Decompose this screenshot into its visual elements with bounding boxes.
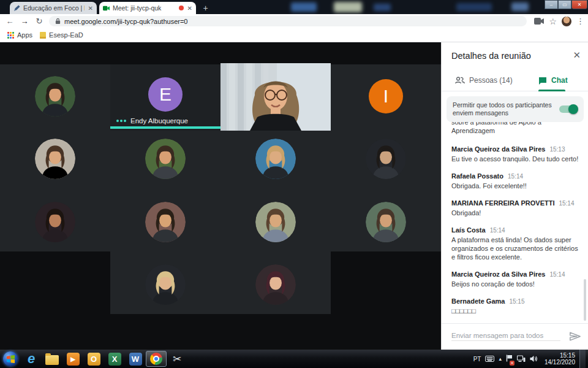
tray-time: 15:15: [545, 352, 575, 359]
taskbar-chrome-active[interactable]: [146, 351, 167, 367]
participant-photo: [145, 139, 186, 179]
desktop-blur-blob: [374, 4, 391, 11]
taskbar-excel[interactable]: X: [104, 351, 125, 367]
profile-avatar[interactable]: [562, 17, 571, 26]
bookmark-star-icon[interactable]: ☆: [549, 17, 557, 26]
windows-logo-icon: [3, 351, 18, 366]
new-tab-button[interactable]: +: [200, 3, 211, 13]
padlock-icon: [55, 18, 61, 25]
url-text: meet.google.com/jii-tycp-quk?authuser=0: [64, 18, 187, 25]
main-video-tile[interactable]: [221, 63, 331, 131]
language-indicator[interactable]: PT: [473, 356, 481, 362]
taskbar-snipping-tool[interactable]: ✂: [167, 351, 187, 367]
participant-photo: [366, 139, 406, 179]
taskbar-outlook[interactable]: O: [83, 351, 104, 367]
participant-avatar[interactable]: [35, 202, 75, 242]
chat-messages[interactable]: sobre a plataforma de Apoio à Aprendizag…: [451, 122, 579, 322]
media-player-icon: ▶: [67, 353, 80, 366]
participant-name: Endy Albuquerque: [130, 117, 188, 125]
participant-avatar[interactable]: [35, 76, 75, 117]
participant-photo: [255, 264, 296, 305]
video-grid-stage-bottom: [110, 251, 331, 314]
chat-message-input[interactable]: [451, 331, 560, 341]
toggle-knob: [568, 104, 578, 114]
bookmark-apps[interactable]: Apps: [7, 31, 32, 39]
chat-scrollbar[interactable]: [584, 279, 586, 321]
reload-icon[interactable]: ↻: [32, 17, 47, 26]
show-desktop-button[interactable]: [579, 350, 586, 368]
browser-tab-meet[interactable]: Meet: jii-tycp-quk ✕: [99, 2, 196, 14]
hidden-icons-arrow[interactable]: ▴: [499, 356, 502, 362]
back-icon[interactable]: ←: [2, 17, 17, 26]
bookmark-label: Apps: [17, 31, 32, 39]
taskbar-ie[interactable]: e: [21, 351, 42, 367]
participant-avatar[interactable]: [145, 202, 186, 242]
tab-title: Meet: jii-tycp-quk: [113, 4, 175, 12]
tab-people[interactable]: Pessoas (14): [455, 69, 513, 91]
participant-photo: [35, 139, 75, 179]
start-button[interactable]: [0, 351, 21, 367]
speaker-name-row: Endy Albuquerque: [116, 117, 188, 125]
participant-tile-endy[interactable]: E Endy Albuquerque: [110, 64, 221, 131]
participant-photo: [255, 202, 296, 242]
tray-clock[interactable]: 15:15 14/12/2020: [545, 352, 575, 366]
recording-indicator-icon: [179, 6, 184, 10]
participant-avatar[interactable]: [366, 139, 406, 179]
tab-close-icon[interactable]: ✕: [88, 5, 93, 12]
message-text: A plataforma está linda! Os dados super …: [451, 236, 579, 261]
bookmark-label: Esesp-EaD: [49, 31, 83, 39]
message-text: Obrigada. Foi excelente!!: [451, 182, 579, 190]
participant-avatar[interactable]: [255, 202, 296, 242]
close-panel-icon[interactable]: ✕: [573, 50, 581, 61]
participant-photo: [35, 202, 75, 242]
action-center-flag-icon[interactable]: ✕: [506, 353, 513, 364]
active-speaker-bar: [110, 126, 221, 129]
avatar-initial-circle: E: [148, 77, 183, 112]
participant-avatar[interactable]: [145, 139, 186, 179]
tab-close-icon[interactable]: ✕: [187, 5, 192, 12]
window-minimize-button[interactable]: –: [545, 0, 558, 9]
window-maximize-button[interactable]: ▭: [558, 0, 571, 9]
speaker-icon[interactable]: [530, 355, 538, 362]
bookmarks-bar: Apps Esesp-EaD: [0, 28, 588, 42]
send-icon[interactable]: [569, 331, 581, 342]
allow-messages-toggle-card: Permitir que todos os participantes envi…: [447, 96, 584, 122]
participant-avatar[interactable]: [255, 264, 296, 305]
message-sender: Marcia Queiroz da Silva Pires: [451, 145, 545, 153]
chat-panel: Detalhes da reunião ✕ Pessoas (14) Chat: [441, 42, 588, 350]
participant-avatar[interactable]: [35, 139, 75, 179]
panel-title: Detalhes da reunião: [451, 51, 531, 61]
network-icon[interactable]: [517, 355, 526, 362]
browser-titlebar: Educação em Foco | Bem-vindo ✕ Meet: jii…: [0, 0, 588, 14]
desktop-blur-blob: [456, 3, 492, 11]
folder-icon: [45, 355, 59, 365]
forward-icon[interactable]: →: [17, 17, 32, 26]
browser-tab-educacao[interactable]: Educação em Foco | Bem-vindo ✕: [10, 2, 97, 14]
taskbar-word[interactable]: W: [125, 351, 146, 367]
address-bar[interactable]: meet.google.com/jii-tycp-quk?authuser=0: [49, 16, 527, 26]
message-time: 15:14: [490, 227, 505, 234]
windows-taskbar: e ▶ O X W ✂ PT ▴ ✕ 15:15 14/12/2020: [0, 350, 588, 368]
menu-dots-icon[interactable]: ⋮: [576, 17, 584, 26]
tray-date: 14/12/2020: [545, 359, 575, 366]
tab-label: Pessoas (14): [469, 76, 513, 85]
participant-avatar[interactable]: [255, 139, 296, 179]
ie-icon: e: [28, 353, 35, 365]
participant-avatar[interactable]: [366, 202, 406, 242]
media-camera-icon[interactable]: [534, 18, 544, 25]
tab-title: Educação em Foco | Bem-vindo: [23, 4, 85, 12]
chat-icon: [538, 77, 547, 85]
screen: Educação em Foco | Bem-vindo ✕ Meet: jii…: [0, 0, 588, 368]
allow-messages-toggle[interactable]: [559, 105, 578, 113]
people-icon: [455, 77, 465, 84]
taskbar-media-player[interactable]: ▶: [62, 351, 83, 367]
participant-avatar[interactable]: [145, 264, 186, 305]
avatar-initial-circle-i[interactable]: I: [369, 79, 403, 113]
bookmark-esesp[interactable]: Esesp-EaD: [40, 31, 83, 39]
tab-chat[interactable]: Chat: [538, 69, 568, 91]
keyboard-icon[interactable]: [485, 356, 494, 362]
chat-input-row: [442, 323, 588, 350]
taskbar-explorer[interactable]: [42, 351, 62, 367]
window-close-button[interactable]: ✕: [571, 0, 587, 9]
chat-message: Rafaela Possato15:14Obrigada. Foi excele…: [451, 172, 579, 190]
